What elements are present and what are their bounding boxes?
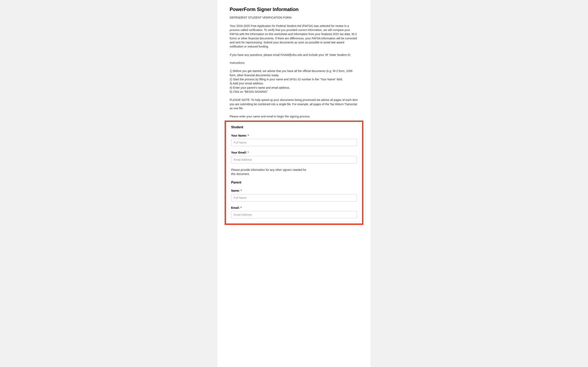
parent-name-label: Name: * [231,189,357,193]
form-highlight-box: Student Your Name: * Your Email: * Pleas… [225,120,363,225]
student-email-label: Your Email: * [231,151,357,155]
parent-section-header: Parent [231,180,357,185]
intro-paragraph: Your 2024-2025 Free Application for Fede… [230,24,358,49]
student-email-input[interactable] [231,156,357,163]
student-email-label-text: Your Email: [231,151,248,154]
additional-signers-helper: Please provide information for any other… [231,168,307,176]
main-container: PowerForm Signer Information DEPENDENT S… [217,0,371,367]
instruction-step-5: 5) Click on "BEGIN SIGNING" [230,90,358,94]
parent-email-group: Email: * [231,206,357,218]
student-name-label-text: Your Name: [231,134,248,137]
required-mark: * [248,151,249,154]
parent-email-label: Email: * [231,206,357,210]
student-name-group: Your Name: * [231,134,357,146]
prompt-paragraph: Please enter your name and email to begi… [230,114,358,118]
parent-name-input[interactable] [231,194,357,201]
page-title: PowerForm Signer Information [230,6,358,13]
instruction-step-4: 4) Enter your parent's name and email ad… [230,86,358,90]
parent-email-input[interactable] [231,211,357,218]
parent-email-label-text: Email: [231,206,241,209]
instruction-step-3: 3) Add your email address. [230,81,358,85]
parent-name-label-text: Name: [231,189,241,192]
form-subtitle: DEPENDENT STUDENT VERIFICATION FORM [230,16,358,20]
instructions-block: 1) Before you get started, we advise tha… [230,69,358,94]
required-mark: * [241,206,242,209]
student-email-group: Your Email: * [231,151,357,163]
instruction-step-1: 1) Before you get started, we advise tha… [230,69,358,77]
required-mark: * [248,134,249,137]
student-name-label: Your Name: * [231,134,357,138]
student-section-header: Student [231,125,357,129]
parent-name-group: Name: * [231,189,357,201]
instructions-header: Instructions: [230,61,358,65]
student-name-input[interactable] [231,139,357,146]
note-paragraph: PLEASE NOTE: To help speed up your docum… [230,98,358,110]
contact-paragraph: If you have any questions, please email … [230,53,358,57]
instruction-step-2: 2) Start the process by filling in your … [230,77,358,81]
required-mark: * [241,189,242,192]
